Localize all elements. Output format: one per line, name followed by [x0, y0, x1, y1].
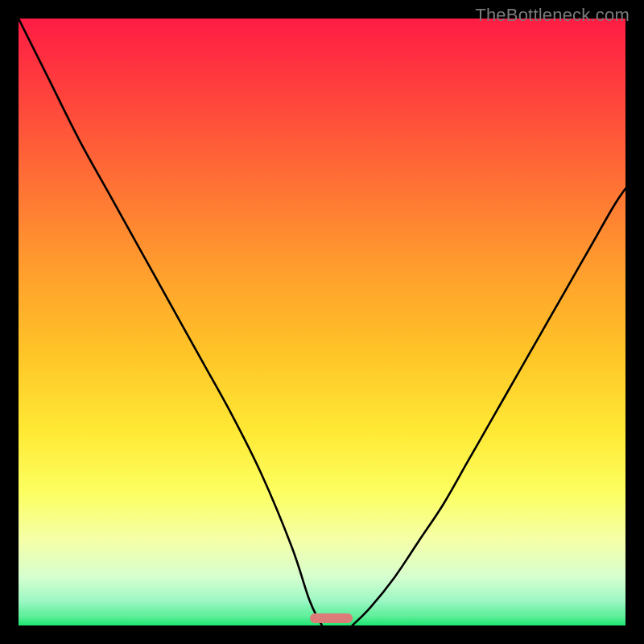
optimum-marker — [310, 613, 353, 623]
bottleneck-curve — [19, 19, 625, 625]
plot-area — [19, 19, 625, 625]
chart-container: TheBottleneck.com — [0, 0, 644, 644]
watermark-text: TheBottleneck.com — [475, 5, 630, 26]
